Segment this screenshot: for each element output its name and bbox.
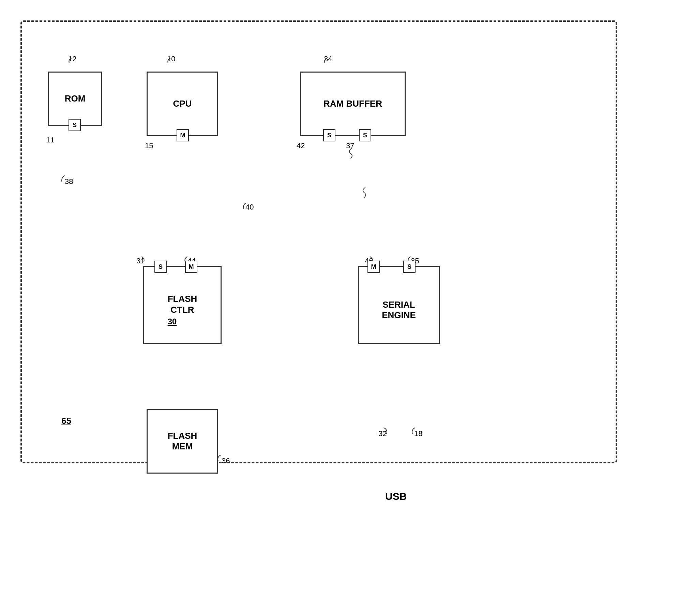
serial-m-to-bridge [367,216,368,266]
flash-ctlr-box: S M FLASH CTLR 30 [143,266,222,344]
rom-port-ref: 11 [46,136,54,144]
flash-ctlr-label2: CTLR [168,305,197,315]
flash-mem-label2: MEM [172,441,193,452]
rom-label: ROM [65,93,86,104]
rom-box: ROM S [48,72,102,126]
cpu-to-bus-line [182,125,183,171]
serial-port-m: M [367,261,380,273]
flash-ctlr-s-to-bridge [154,216,155,266]
flash-mem-ref: 36 [222,457,230,465]
ram-port-s1: S [323,129,335,141]
flash-ctlr-label: FLASH [168,294,197,304]
ram-buffer-label: RAM BUFFER [323,98,382,109]
cpu-ref-num: 10 [167,55,175,63]
ram-port1-to-bus [328,125,329,171]
serial-engine-box: M S SERIAL ENGINE [358,266,440,344]
flash-ctlr-port-s: S [154,261,167,273]
flash-ctlr-ref31: 31 [136,257,145,265]
cpu-label: CPU [173,98,192,109]
serial-engine-label2: ENGINE [382,310,416,321]
usb-ref18: 18 [414,429,422,438]
flash-mem-box: FLASH MEM [147,409,218,474]
bridge-squiggle [361,187,370,200]
cpu-port-ref: 15 [145,141,153,150]
bridge-to-serial [400,216,402,263]
flash-mem-label: FLASH [168,431,197,441]
ram-bus-squiggle [348,148,356,160]
flash-ctlr-h-connect [154,216,183,217]
serial-port-s: S [403,261,416,273]
usb-label: USB [385,491,407,502]
flash-ctlr-to-flash-mem [182,344,183,409]
rom-to-bus-line [74,125,75,171]
bus-ref-38: 38 [65,177,73,186]
flash-ctlr-num: 30 [168,317,197,326]
serial-usb-ref32: 32 [378,429,387,438]
bridge-to-flash-ctlr [182,216,183,263]
main-bus-line [48,171,491,173]
flash-ctlr-port-m: M [185,261,197,273]
rom-ref-num: 12 [68,55,76,63]
bridge-ref-40: 40 [245,203,254,212]
serial-h-connect [367,216,401,217]
outer-box-label: 65 [61,416,71,426]
ram-buffer-box: RAM BUFFER S S [300,72,406,136]
ram-port2-to-bus [364,125,365,171]
serial-engine-label: SERIAL [382,299,416,310]
diagram-container: 65 12 ROM S 11 10 CPU M 15 34 [20,20,668,593]
ram-port-ref1: 42 [297,141,305,150]
serial-to-usb-line [400,344,402,480]
ram-ref-num: 34 [324,55,332,63]
